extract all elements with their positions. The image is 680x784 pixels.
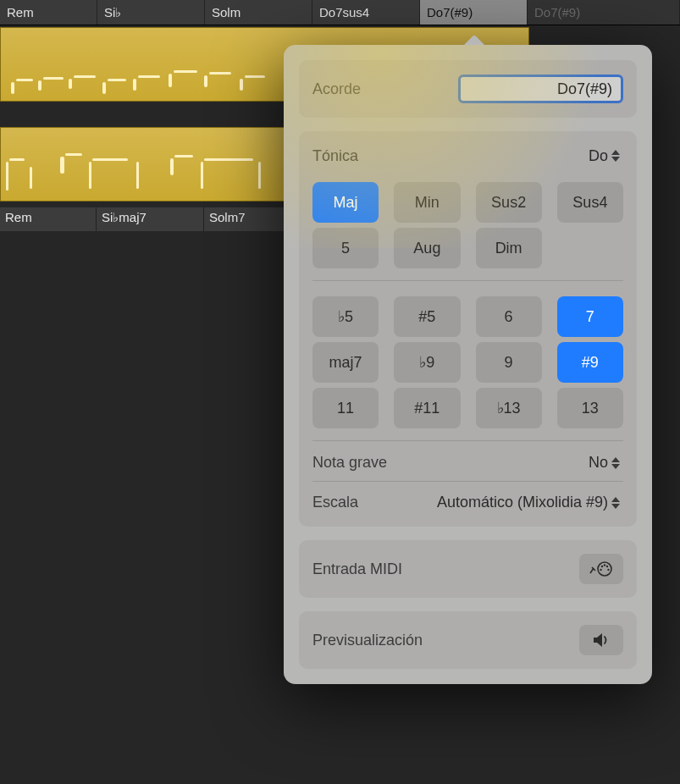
chord-cell-5[interactable]: Do7(#9) <box>528 0 680 25</box>
midi-input-label: Entrada MIDI <box>312 560 402 578</box>
extension-chip-13[interactable]: ♭13 <box>476 388 542 428</box>
midi-din-icon <box>589 560 614 577</box>
quality-chip-min[interactable]: Min <box>394 182 460 223</box>
preview-play-button[interactable] <box>579 625 623 655</box>
extension-chip-maj7[interactable]: maj7 <box>312 342 379 383</box>
chord-cell-label: Do7(#9) <box>427 5 473 19</box>
chord-editor-popover: Acorde Tónica Do MajMinSus2Sus4 5AugDim … <box>284 45 652 684</box>
panel-chord-name: Acorde <box>299 60 637 118</box>
quality-chip-sus4[interactable]: Sus4 <box>557 182 623 223</box>
extension-chip-11[interactable]: #11 <box>394 388 460 428</box>
quality-chip-maj[interactable]: Maj <box>312 182 379 223</box>
quality-chip-5[interactable]: 5 <box>312 228 379 268</box>
extensions-grid-2: maj7♭99#9 <box>312 340 623 386</box>
chord-cell-label: Si♭ <box>104 5 121 20</box>
svg-point-4 <box>606 566 608 567</box>
label-cell: Rem <box>0 207 97 231</box>
extension-chip-11[interactable]: 11 <box>312 388 379 428</box>
quality-chip-aug[interactable]: Aug <box>394 228 460 268</box>
svg-point-3 <box>604 564 605 566</box>
preview-label: Previsualización <box>312 632 423 649</box>
chord-cell-0[interactable]: Rem <box>0 0 97 25</box>
chord-bar: Rem Si♭ Solm Do7sus4 Do7(#9) Do7(#9) <box>0 0 680 25</box>
updown-icon <box>611 494 623 512</box>
chord-cell-label: Solm <box>212 5 240 19</box>
svg-point-5 <box>607 569 609 571</box>
chord-cell-label: Do7(#9) <box>534 5 580 19</box>
extension-chip-7[interactable]: 7 <box>557 296 623 337</box>
label-cell: Si♭maj7 <box>97 207 204 231</box>
chord-cell-label: Do7sus4 <box>319 5 369 19</box>
extension-chip-13[interactable]: 13 <box>557 388 623 428</box>
chord-cell-4[interactable]: Do7(#9) <box>420 0 528 25</box>
extension-chip-9[interactable]: #9 <box>557 342 623 383</box>
panel-preview: Previsualización <box>299 611 637 669</box>
chord-cell-3[interactable]: Do7sus4 <box>312 0 420 25</box>
bass-note-select[interactable]: No <box>589 454 623 472</box>
label-text: Solm7 <box>209 210 246 224</box>
extension-chip-5[interactable]: #5 <box>394 296 460 337</box>
label-text: Si♭maj7 <box>102 210 147 224</box>
chord-label: Acorde <box>312 80 361 98</box>
bass-note-label: Nota grave <box>312 454 387 472</box>
updown-icon <box>611 146 623 165</box>
root-value: Do <box>589 147 608 165</box>
scale-select[interactable]: Automático (Mixolidia #9) <box>437 494 623 512</box>
chord-cell-2[interactable]: Solm <box>205 0 312 25</box>
midi-input-button[interactable] <box>579 554 623 584</box>
bass-note-value: No <box>589 454 608 472</box>
svg-point-1 <box>600 569 601 571</box>
quality-grid-1: MajMinSus2Sus4 <box>312 177 623 226</box>
root-select[interactable]: Do <box>589 146 623 165</box>
extension-chip-6[interactable]: 6 <box>476 296 542 337</box>
scale-label: Escala <box>312 494 358 511</box>
chord-cell-1[interactable]: Si♭ <box>97 0 205 25</box>
root-label: Tónica <box>312 147 358 165</box>
quality-grid-2: 5AugDim <box>312 226 623 272</box>
chord-cell-label: Rem <box>7 5 34 19</box>
panel-chord-builder: Tónica Do MajMinSus2Sus4 5AugDim ♭5#567 … <box>299 131 637 527</box>
extension-chip-5[interactable]: ♭5 <box>312 296 379 337</box>
extension-chip-9[interactable]: ♭9 <box>394 342 460 383</box>
svg-point-2 <box>601 566 603 567</box>
popover-body: Acorde Tónica Do MajMinSus2Sus4 5AugDim … <box>284 45 652 684</box>
speaker-icon <box>591 632 611 649</box>
chord-name-input[interactable] <box>458 75 623 103</box>
quality-chip-sus2[interactable]: Sus2 <box>476 182 542 223</box>
panel-midi-input: Entrada MIDI <box>299 540 637 598</box>
extensions-grid-3: 11#11♭1313 <box>312 386 623 432</box>
updown-icon <box>611 454 623 472</box>
extension-chip-9[interactable]: 9 <box>476 342 542 383</box>
quality-chip-dim[interactable]: Dim <box>476 228 542 268</box>
extensions-grid-1: ♭5#567 <box>312 280 623 340</box>
scale-value: Automático (Mixolidia #9) <box>437 494 608 511</box>
label-text: Rem <box>5 210 32 224</box>
